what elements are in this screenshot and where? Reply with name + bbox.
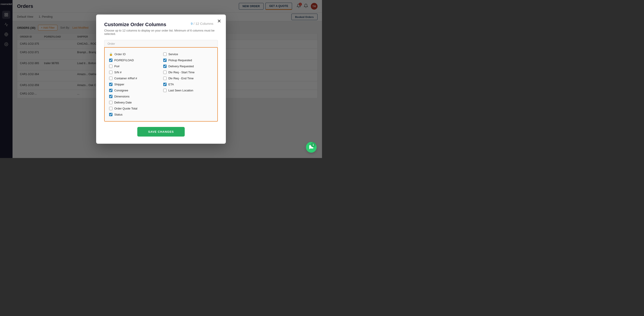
col-checkbox-dimensions[interactable] (109, 95, 112, 98)
col-label-sn[interactable]: S/N # (109, 71, 122, 74)
columns-count: 9 / 12 Columns (191, 22, 213, 25)
col-checkbox-last_seen_location[interactable] (163, 89, 166, 92)
columns-grid-wrapper: 🔒Order IDPO/REF/LOADPo#S/N #Container #/… (104, 47, 218, 122)
col-label-dlv_req_start[interactable]: Dlv Req - Start Time (163, 71, 194, 74)
col-checkbox-dlv_req_start[interactable] (163, 71, 166, 74)
col-label-order_quote_total[interactable]: Order Quote Total (109, 107, 137, 110)
col-item-shipper: Shipper (109, 81, 159, 87)
col-checkbox-po_ref_load[interactable] (109, 58, 112, 62)
col-item-order_quote_total: Order Quote Total (109, 105, 159, 111)
col-checkbox-service[interactable] (163, 52, 166, 56)
lock-icon: 🔒 (109, 52, 113, 56)
modal-subtitle: Choose up to 12 columns to display on yo… (104, 29, 218, 35)
col-checkbox-consignee[interactable] (109, 89, 112, 92)
columns-right: ServicePickup RequestedDelivery Requeste… (163, 51, 213, 118)
col-item-delivery_requested: Delivery Requested (163, 63, 213, 69)
col-item-dlv_req_end: Dlv Req - End Time (163, 75, 213, 81)
col-item-dlv_req_start: Dlv Req - Start Time (163, 69, 213, 75)
col-checkbox-dlv_req_end[interactable] (163, 77, 166, 80)
columns-left: 🔒Order IDPO/REF/LOADPo#S/N #Container #/… (109, 51, 159, 118)
col-checkbox-po_num[interactable] (109, 65, 112, 68)
col-label-pickup_requested[interactable]: Pickup Requested (163, 58, 192, 62)
save-changes-button[interactable]: SAVE CHANGES (137, 127, 184, 137)
close-icon: ✕ (217, 18, 221, 24)
chat-notification-badge: 1 (311, 142, 316, 147)
col-item-consignee: Consignee (109, 87, 159, 93)
col-label-delivery_date[interactable]: Delivery Date (109, 101, 132, 104)
col-item-pickup_requested: Pickup Requested (163, 57, 213, 63)
col-label-delivery_requested[interactable]: Delivery Requested (163, 65, 194, 68)
col-checkbox-order_quote_total[interactable] (109, 107, 112, 110)
col-label-po_num[interactable]: Po# (109, 65, 120, 68)
col-checkbox-delivery_requested[interactable] (163, 65, 166, 68)
col-checkbox-container_ref[interactable] (109, 77, 112, 80)
col-item-service: Service (163, 51, 213, 57)
section-label: Order (104, 40, 218, 47)
col-label-shipper[interactable]: Shipper (109, 83, 124, 86)
col-item-last_seen_location: Last Seen Location (163, 87, 213, 93)
col-item-dimensions: Dimensions (109, 93, 159, 99)
col-item-container_ref: Container #/Ref # (109, 75, 159, 81)
col-item-po_num: Po# (109, 63, 159, 69)
col-label-last_seen_location[interactable]: Last Seen Location (163, 89, 193, 92)
col-item-order_id: 🔒Order ID (109, 51, 159, 57)
col-label-service[interactable]: Service (163, 52, 178, 56)
col-label-dimensions[interactable]: Dimensions (109, 95, 130, 98)
col-label-container_ref[interactable]: Container #/Ref # (109, 77, 137, 80)
col-item-status: Status (109, 111, 159, 118)
col-item-eta: ETA (163, 81, 213, 87)
modal-overlay[interactable]: ✕ Customize Order Columns 9 / 12 Columns… (0, 0, 322, 158)
columns-max: 12 (196, 22, 199, 25)
col-checkbox-sn[interactable] (109, 71, 112, 74)
col-item-delivery_date: Delivery Date (109, 99, 159, 105)
col-label-consignee[interactable]: Consignee (109, 89, 128, 92)
col-item-sn: S/N # (109, 69, 159, 75)
col-label-po_ref_load[interactable]: PO/REF/LOAD (109, 58, 134, 62)
col-label-dlv_req_end[interactable]: Dlv Req - End Time (163, 77, 194, 80)
col-label-status[interactable]: Status (109, 113, 122, 116)
col-checkbox-pickup_requested[interactable] (163, 58, 166, 62)
col-label-order_id: Order ID (114, 52, 126, 56)
col-checkbox-shipper[interactable] (109, 83, 112, 86)
customize-columns-modal: ✕ Customize Order Columns 9 / 12 Columns… (96, 14, 226, 144)
col-checkbox-delivery_date[interactable] (109, 101, 112, 104)
col-checkbox-status[interactable] (109, 113, 112, 116)
columns-grid: 🔒Order IDPO/REF/LOADPo#S/N #Container #/… (109, 51, 213, 118)
col-checkbox-eta[interactable] (163, 83, 166, 86)
modal-close-button[interactable]: ✕ (216, 18, 222, 24)
col-label-eta[interactable]: ETA (163, 83, 174, 86)
col-item-po_ref_load: PO/REF/LOAD (109, 57, 159, 63)
